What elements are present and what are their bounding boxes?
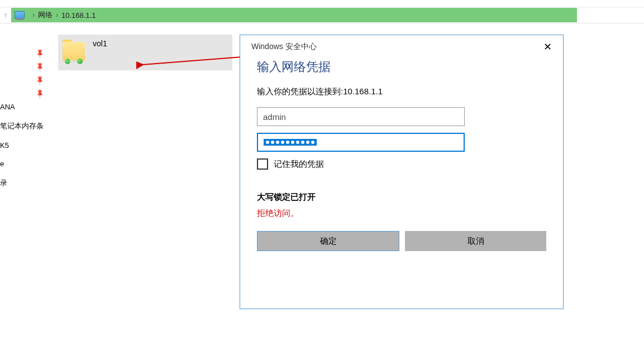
sidebar-item[interactable]: 录 bbox=[0, 178, 56, 188]
remember-credentials-row[interactable]: 记住我的凭据 bbox=[257, 158, 546, 170]
computer-icon bbox=[15, 11, 25, 19]
error-message: 拒绝访问。 bbox=[257, 208, 546, 219]
breadcrumb-network[interactable]: 网络 bbox=[38, 10, 53, 20]
remember-label: 记住我的凭据 bbox=[274, 159, 324, 170]
username-field[interactable]: admin bbox=[257, 107, 465, 126]
address-bar-row: ↑ › 网络 › 10.168.1.1 bbox=[0, 7, 644, 23]
sidebar-item[interactable]: e bbox=[0, 160, 56, 168]
chevron-right-icon: › bbox=[56, 11, 58, 19]
password-mask bbox=[264, 139, 317, 146]
address-bar[interactable]: › 网络 › 10.168.1.1 bbox=[11, 8, 577, 22]
network-folder-icon bbox=[61, 40, 87, 65]
username-value: admin bbox=[263, 112, 286, 122]
dialog-subtitle: 输入你的凭据以连接到:10.168.1.1 bbox=[257, 86, 546, 97]
credentials-dialog: Windows 安全中心 ✕ 输入网络凭据 输入你的凭据以连接到:10.168.… bbox=[240, 35, 564, 309]
folder-label: vol1 bbox=[93, 39, 107, 48]
network-share-vol1[interactable]: vol1 bbox=[58, 35, 232, 70]
caps-lock-warning: 大写锁定已打开 bbox=[257, 192, 546, 203]
sidebar-item[interactable]: K5 bbox=[0, 141, 56, 150]
dialog-header-title: Windows 安全中心 bbox=[251, 42, 317, 52]
checkbox-icon[interactable] bbox=[257, 158, 268, 170]
sidebar-item[interactable]: 笔记本内存条 bbox=[0, 121, 56, 131]
breadcrumb-ip[interactable]: 10.168.1.1 bbox=[61, 11, 96, 20]
sidebar-item[interactable]: ANA bbox=[0, 103, 56, 111]
nav-up-icon[interactable]: ↑ bbox=[0, 11, 11, 20]
sidebar: 📌 📌 📌 📌 ANA 笔记本内存条 K5 e 录 bbox=[0, 39, 56, 188]
ok-button[interactable]: 确定 bbox=[257, 231, 399, 251]
cancel-button[interactable]: 取消 bbox=[405, 231, 546, 251]
dialog-title: 输入网络凭据 bbox=[257, 59, 546, 75]
password-field[interactable] bbox=[257, 133, 465, 152]
close-icon[interactable]: ✕ bbox=[540, 40, 555, 54]
chevron-right-icon: › bbox=[32, 11, 35, 19]
